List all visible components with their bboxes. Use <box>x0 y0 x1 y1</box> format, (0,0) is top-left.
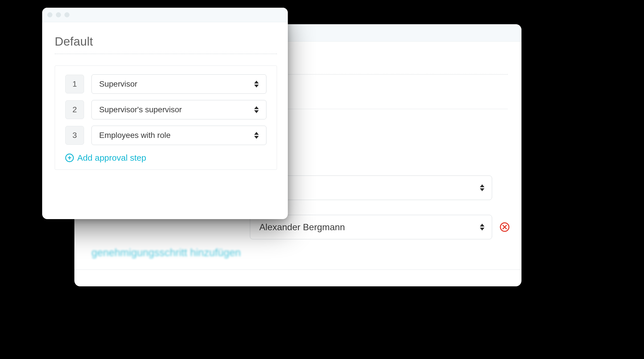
step-select-value: Supervisor's supervisor <box>99 105 182 114</box>
employee-select-value: Alexander Bergmann <box>259 222 345 232</box>
back-selects-group: HR Alexander Bergmann <box>250 176 506 254</box>
divider-dotted <box>55 54 277 54</box>
step-select-value: Supervisor <box>99 79 137 89</box>
employee-select[interactable]: Alexander Bergmann <box>250 215 492 239</box>
traffic-light-zoom-icon[interactable] <box>64 12 70 17</box>
front-window: Default 1 Supervisor 2 Supervisor's su <box>42 8 288 219</box>
step-number-badge: 1 <box>65 75 84 93</box>
step-select[interactable]: Supervisor's supervisor <box>91 100 266 119</box>
step-select-value: Employees with role <box>99 131 171 140</box>
caret-updown-icon <box>480 184 484 191</box>
plus-circle-icon <box>65 154 74 162</box>
front-body: Default 1 Supervisor 2 Supervisor's su <box>42 22 288 170</box>
add-step-link-de[interactable]: genehmigungsschritt hinzufügen <box>91 247 241 259</box>
caret-updown-icon <box>254 81 259 87</box>
divider-bottom <box>74 270 521 270</box>
step-number-badge: 2 <box>65 100 84 119</box>
role-select-row: HR <box>250 176 506 200</box>
traffic-light-close-icon[interactable] <box>47 12 52 17</box>
approval-step-row: 1 Supervisor <box>55 74 277 94</box>
approval-steps-box: 1 Supervisor 2 Supervisor's supervisor <box>55 66 277 170</box>
add-approval-step-button[interactable]: Add approval step <box>55 151 277 163</box>
front-titlebar <box>42 8 288 22</box>
close-circle-icon <box>500 222 510 232</box>
approval-step-row: 3 Employees with role <box>55 126 277 145</box>
step-select[interactable]: Employees with role <box>91 126 266 145</box>
step-number-badge: 3 <box>65 126 84 145</box>
remove-employee-button[interactable] <box>500 221 510 233</box>
caret-updown-icon <box>480 224 484 231</box>
modal-title: Default <box>55 35 277 48</box>
caret-updown-icon <box>254 106 259 113</box>
add-approval-step-label: Add approval step <box>77 153 146 163</box>
employee-select-row: Alexander Bergmann <box>250 215 506 239</box>
step-select[interactable]: Supervisor <box>91 74 266 94</box>
approval-step-row: 2 Supervisor's supervisor <box>55 100 277 119</box>
caret-updown-icon <box>254 132 259 139</box>
traffic-light-minimize-icon[interactable] <box>56 12 61 17</box>
stage: HR Alexander Bergmann <box>0 0 644 359</box>
